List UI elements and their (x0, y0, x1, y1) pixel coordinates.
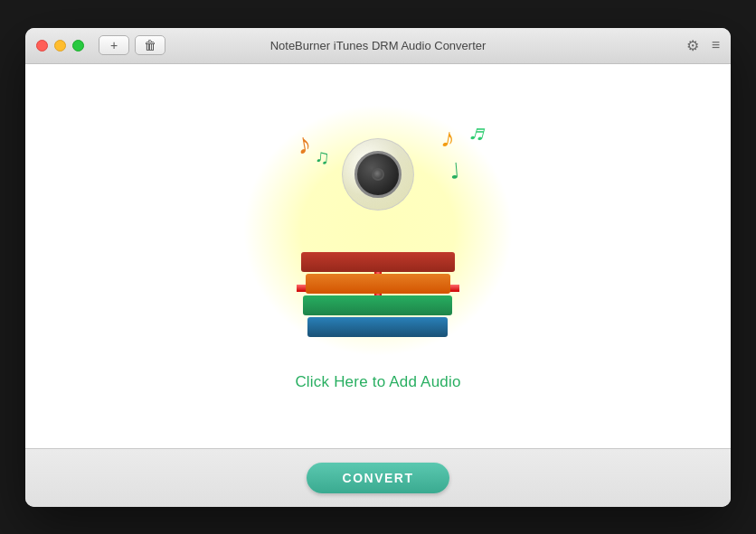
window-title: NoteBurner iTunes DRM Audio Converter (270, 39, 487, 52)
traffic-lights (36, 40, 84, 52)
music-note-4: ♩ (449, 161, 460, 183)
music-note-3: ♪ (439, 124, 458, 153)
maximize-button[interactable] (72, 40, 84, 52)
main-content: ♪ ♫ ♪ ♩ ♬ (25, 64, 731, 448)
add-audio-prompt[interactable]: Click Here to Add Audio (295, 373, 460, 391)
book-1 (301, 252, 455, 272)
close-button[interactable] (36, 40, 48, 52)
titlebar: + 🗑 NoteBurner iTunes DRM Audio Converte… (25, 28, 731, 64)
titlebar-actions (686, 37, 720, 54)
trash-icon: 🗑 (144, 38, 156, 52)
music-note-2: ♫ (314, 146, 330, 167)
minimize-button[interactable] (54, 40, 66, 52)
convert-button[interactable]: CONVERT (307, 463, 450, 493)
app-window: + 🗑 NoteBurner iTunes DRM Audio Converte… (25, 28, 731, 507)
add-icon: + (110, 38, 118, 52)
hero-area[interactable]: ♪ ♫ ♪ ♩ ♬ (25, 64, 731, 448)
music-note-5: ♬ (466, 118, 489, 145)
book-3 (303, 295, 452, 315)
books-stack (301, 252, 455, 337)
toolbar-buttons: + 🗑 (99, 35, 165, 55)
delete-button[interactable]: 🗑 (135, 35, 165, 55)
book-4 (307, 317, 448, 337)
gear-icon[interactable] (686, 37, 699, 54)
book-2 (306, 274, 450, 294)
add-button[interactable]: + (99, 35, 129, 55)
music-note-1: ♪ (294, 128, 313, 159)
bottom-bar: CONVERT (25, 448, 731, 507)
speaker-icon (342, 138, 414, 211)
menu-icon[interactable] (712, 37, 720, 53)
illustration: ♪ ♫ ♪ ♩ ♬ (251, 120, 505, 355)
